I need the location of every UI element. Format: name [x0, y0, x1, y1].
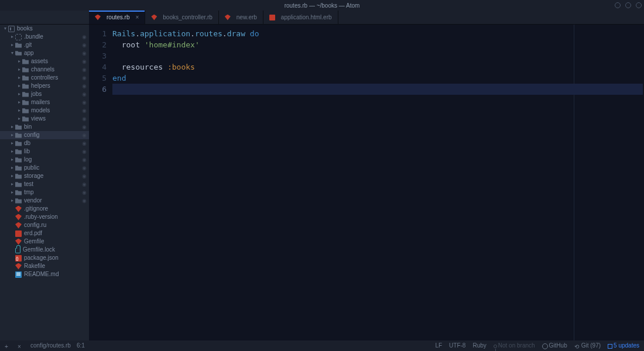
- visibility-icon[interactable]: ◉: [82, 115, 87, 123]
- code-area[interactable]: Rails.application.routes.draw do root 'h…: [112, 25, 644, 95]
- chevron-right-icon[interactable]: ▸: [9, 164, 15, 172]
- tree-item--ruby-version[interactable]: .ruby-version: [0, 213, 89, 221]
- line-number[interactable]: 3: [89, 50, 112, 61]
- visibility-icon[interactable]: ◉: [82, 156, 87, 164]
- status-updates[interactable]: 5 updates: [608, 342, 639, 349]
- visibility-icon[interactable]: ◉: [82, 98, 87, 106]
- visibility-icon[interactable]: ◉: [82, 41, 87, 49]
- status-branch[interactable]: Not on branch: [494, 342, 535, 349]
- tree-item-package-json[interactable]: package.json: [0, 254, 89, 262]
- visibility-icon[interactable]: ◉: [82, 66, 87, 74]
- status-line-ending[interactable]: LF: [435, 342, 442, 349]
- tree-item-bin[interactable]: ▸bin◉: [0, 123, 89, 131]
- window-maximize-button[interactable]: [625, 2, 631, 8]
- line-number[interactable]: 2: [89, 39, 112, 50]
- tab-books-controller-rb[interactable]: books_controller.rb: [145, 11, 219, 24]
- status-github[interactable]: GitHub: [542, 342, 567, 349]
- status-encoding[interactable]: UTF-8: [449, 342, 465, 349]
- tree-item-rakefile[interactable]: Rakefile: [0, 262, 89, 270]
- tab-close-icon[interactable]: ×: [133, 14, 139, 20]
- editor[interactable]: 123456 Rails.application.routes.draw do …: [89, 25, 644, 340]
- line-number[interactable]: 6: [89, 84, 112, 95]
- tree-item-helpers[interactable]: ▸helpers◉: [0, 82, 89, 90]
- tree-item-models[interactable]: ▸models◉: [0, 106, 89, 115]
- chevron-down-icon[interactable]: ▾: [9, 49, 15, 57]
- tree-item-public[interactable]: ▸public◉: [0, 164, 89, 172]
- visibility-icon[interactable]: ◉: [82, 172, 87, 180]
- tree-item-vendor[interactable]: ▸vendor◉: [0, 197, 89, 205]
- close-panel-button[interactable]: [18, 342, 25, 349]
- visibility-icon[interactable]: ◉: [82, 90, 87, 98]
- tree-item-tmp[interactable]: ▸tmp◉: [0, 188, 89, 197]
- tree-item--gitignore[interactable]: .gitignore: [0, 205, 89, 213]
- code-line[interactable]: Rails.application.routes.draw do: [112, 28, 644, 39]
- status-file-path[interactable]: config/routes.rb: [30, 342, 71, 349]
- visibility-icon[interactable]: ◉: [82, 180, 87, 188]
- tree-item-assets[interactable]: ▸assets◉: [0, 57, 89, 66]
- visibility-icon[interactable]: ◉: [82, 131, 87, 139]
- tree-item-gemfile[interactable]: Gemfile: [0, 238, 89, 246]
- chevron-right-icon[interactable]: ▸: [16, 57, 22, 66]
- line-number[interactable]: 5: [89, 73, 112, 84]
- chevron-right-icon[interactable]: ▸: [9, 139, 15, 147]
- code-line[interactable]: [112, 50, 644, 61]
- visibility-icon[interactable]: ◉: [82, 106, 87, 115]
- chevron-right-icon[interactable]: ▸: [9, 197, 15, 205]
- code-line[interactable]: [112, 84, 644, 95]
- tree-item-erd-pdf[interactable]: erd.pdf: [0, 229, 89, 238]
- tree-item-books[interactable]: ▾books: [0, 25, 89, 33]
- tree-item-app[interactable]: ▾app◉: [0, 49, 89, 57]
- tab-routes-rb[interactable]: routes.rb×: [89, 11, 145, 24]
- line-number-gutter[interactable]: 123456: [89, 25, 112, 340]
- window-close-button[interactable]: [636, 2, 642, 8]
- tree-item-test[interactable]: ▸test◉: [0, 180, 89, 188]
- chevron-right-icon[interactable]: ▸: [9, 156, 15, 164]
- chevron-right-icon[interactable]: ▸: [9, 172, 15, 180]
- chevron-right-icon[interactable]: ▸: [9, 180, 15, 188]
- visibility-icon[interactable]: ◉: [82, 139, 87, 147]
- tree-item-lib[interactable]: ▸lib◉: [0, 147, 89, 156]
- tab-application-html-erb[interactable]: application.html.erb: [263, 11, 338, 24]
- chevron-right-icon[interactable]: ▸: [16, 82, 22, 90]
- tree-item-db[interactable]: ▸db◉: [0, 139, 89, 147]
- tree-item-readme-md[interactable]: README.md: [0, 270, 89, 278]
- status-cursor-position[interactable]: 6:1: [77, 342, 85, 349]
- chevron-right-icon[interactable]: ▸: [9, 41, 15, 49]
- code-line[interactable]: end: [112, 73, 644, 84]
- tree-item--bundle[interactable]: ▸.bundle◉: [0, 33, 89, 41]
- tree-item-mailers[interactable]: ▸mailers◉: [0, 98, 89, 106]
- chevron-right-icon[interactable]: ▸: [9, 123, 15, 131]
- chevron-down-icon[interactable]: ▾: [2, 25, 8, 33]
- tree-item-jobs[interactable]: ▸jobs◉: [0, 90, 89, 98]
- tree-item--git[interactable]: ▸.git◉: [0, 41, 89, 49]
- tree-item-channels[interactable]: ▸channels◉: [0, 66, 89, 74]
- project-tree[interactable]: ▾books▸.bundle◉▸.git◉▾app◉▸assets◉▸chann…: [0, 25, 89, 340]
- visibility-icon[interactable]: ◉: [82, 197, 87, 205]
- chevron-right-icon[interactable]: ▸: [16, 90, 22, 98]
- chevron-right-icon[interactable]: ▸: [9, 33, 15, 41]
- line-number[interactable]: 4: [89, 61, 112, 73]
- line-number[interactable]: 1: [89, 28, 112, 39]
- chevron-right-icon[interactable]: ▸: [16, 74, 22, 82]
- code-line[interactable]: root 'home#index': [112, 39, 644, 50]
- tree-item-config[interactable]: ▸config◉: [0, 131, 89, 139]
- chevron-right-icon[interactable]: ▸: [16, 66, 22, 74]
- chevron-right-icon[interactable]: ▸: [9, 131, 15, 139]
- chevron-right-icon[interactable]: ▸: [9, 188, 15, 197]
- window-minimize-button[interactable]: [615, 2, 621, 8]
- tree-item-storage[interactable]: ▸storage◉: [0, 172, 89, 180]
- visibility-icon[interactable]: ◉: [82, 49, 87, 57]
- visibility-icon[interactable]: ◉: [82, 147, 87, 156]
- visibility-icon[interactable]: ◉: [82, 164, 87, 172]
- visibility-icon[interactable]: ◉: [82, 57, 87, 66]
- status-grammar[interactable]: Ruby: [472, 342, 486, 349]
- tree-item-controllers[interactable]: ▸controllers◉: [0, 74, 89, 82]
- tree-item-views[interactable]: ▸views◉: [0, 115, 89, 123]
- new-file-button[interactable]: [5, 342, 12, 349]
- tree-item-gemfile-lock[interactable]: Gemfile.lock: [0, 246, 89, 254]
- chevron-right-icon[interactable]: ▸: [16, 98, 22, 106]
- visibility-icon[interactable]: ◉: [82, 123, 87, 131]
- chevron-right-icon[interactable]: ▸: [9, 147, 15, 156]
- visibility-icon[interactable]: ◉: [82, 33, 87, 41]
- chevron-right-icon[interactable]: ▸: [16, 115, 22, 123]
